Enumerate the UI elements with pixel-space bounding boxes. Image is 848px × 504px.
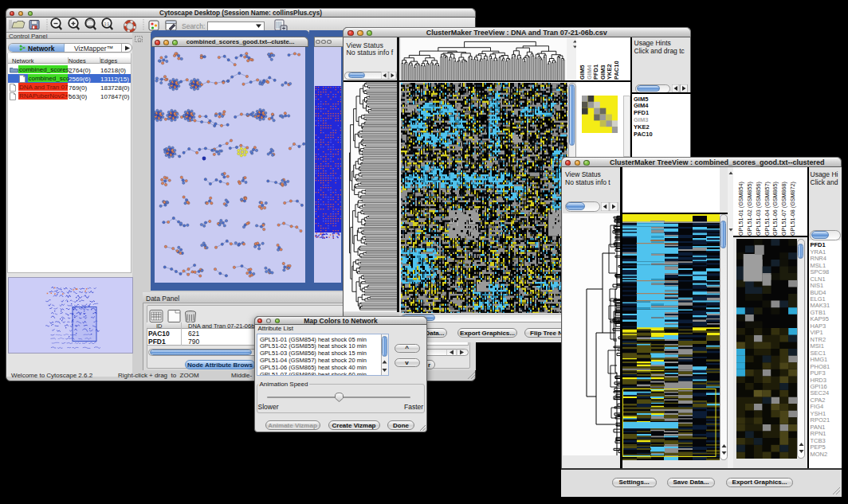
- svg-text:GPL51-07 (GSM868): GPL51-07 (GSM868): [780, 182, 787, 236]
- svg-text:GPL51-02 (GSM855): GPL51-02 (GSM855): [746, 182, 753, 236]
- svg-text:PAC10: PAC10: [613, 61, 620, 80]
- svg-text:GPL51-01 (GSM854): GPL51-01 (GSM854): [737, 182, 744, 236]
- svg-text:GPL51-04 (GSM857): GPL51-04 (GSM857): [764, 182, 771, 236]
- svg-text:GPL51-08 (GSM872): GPL51-08 (GSM872): [789, 182, 796, 236]
- svg-text:GPL51-03 (GSM856): GPL51-03 (GSM856): [755, 182, 762, 236]
- svg-text:GPL51-06 (GSM865): GPL51-06 (GSM865): [771, 182, 779, 236]
- svg-text:1:1: 1:1: [104, 22, 110, 26]
